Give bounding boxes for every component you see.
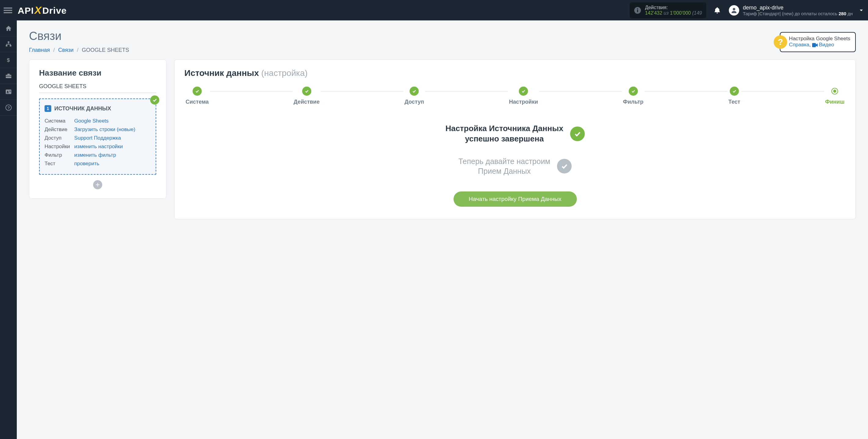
page-title: Связи xyxy=(29,30,856,43)
check-icon xyxy=(629,87,638,96)
wizard-subheading: (настройка) xyxy=(261,68,308,78)
svg-rect-7 xyxy=(8,41,9,43)
video-icon xyxy=(812,43,818,47)
table-row: Настройкиизменить настройки xyxy=(44,142,135,151)
step-filter[interactable]: Фильтр xyxy=(622,87,645,105)
svg-rect-20 xyxy=(812,43,816,47)
table-row: Тестпроверить xyxy=(44,160,135,168)
chevron-down-icon[interactable] xyxy=(858,7,864,13)
step-access[interactable]: Доступ xyxy=(403,87,425,105)
breadcrumb: Главная / Связи / GOOGLE SHEETS xyxy=(29,47,856,53)
table-row: Фильтризменить фильтр xyxy=(44,151,135,160)
check-icon xyxy=(410,87,419,96)
status-pending: Теперь давайте настроим Прием Данных xyxy=(417,157,613,176)
status-done: Настройка Источника Данных успешно завер… xyxy=(417,124,613,144)
check-icon xyxy=(193,87,202,96)
nav-help[interactable]: ? xyxy=(0,100,17,115)
check-icon xyxy=(519,87,528,96)
svg-rect-12 xyxy=(7,73,9,75)
help-box: ? Настройка Google Sheets Справка, Видео xyxy=(780,32,856,52)
svg-rect-13 xyxy=(5,76,11,76)
help-video-link[interactable]: Видео xyxy=(812,42,834,47)
svg-text:$: $ xyxy=(7,57,9,63)
sidebar: $ ? xyxy=(0,21,17,228)
active-dot-icon xyxy=(831,88,838,95)
logo[interactable]: APIXDrive xyxy=(18,4,67,16)
start-destination-button[interactable]: Начать настройку Приема Данных xyxy=(454,192,577,207)
user-block[interactable]: demo_apix-drive Тариф |Стандарт| (new) д… xyxy=(743,5,853,16)
connection-name: GOOGLE SHEETS xyxy=(39,83,156,93)
svg-rect-8 xyxy=(5,45,7,46)
bell-icon[interactable] xyxy=(714,7,721,14)
user-name: demo_apix-drive xyxy=(743,5,853,11)
nav-contact[interactable] xyxy=(0,84,17,100)
breadcrumb-current: GOOGLE SHEETS xyxy=(82,47,129,53)
help-badge-icon[interactable]: ? xyxy=(774,35,787,49)
check-icon xyxy=(570,127,585,141)
check-icon xyxy=(557,159,572,173)
svg-text:?: ? xyxy=(7,105,10,110)
table-row: ДоступSupport Поддержка xyxy=(44,134,135,142)
stepper: Система Действие Доступ Настройки Фильтр… xyxy=(184,87,846,105)
help-title: Настройка Google Sheets xyxy=(789,36,850,42)
source-title: ИСТОЧНИК ДАННЫХ xyxy=(54,105,111,112)
svg-rect-16 xyxy=(9,91,11,91)
connection-card: Название связи GOOGLE SHEETS 1 ИСТОЧНИК … xyxy=(29,60,166,199)
svg-rect-0 xyxy=(4,7,12,8)
svg-point-5 xyxy=(637,8,639,9)
wizard-heading: Источник данных xyxy=(184,68,259,78)
svg-point-6 xyxy=(733,8,735,10)
source-badge: 1 xyxy=(44,105,51,112)
step-test[interactable]: Тест xyxy=(727,87,742,105)
svg-rect-22 xyxy=(96,184,99,185)
wizard-card: Источник данных (настройка) Система Дейс… xyxy=(174,60,856,219)
connection-heading: Название связи xyxy=(39,68,156,78)
step-finish[interactable]: Финиш xyxy=(824,87,846,105)
page: Связи Главная / Связи / GOOGLE SHEETS ? … xyxy=(17,21,868,228)
actions-label: Действия: xyxy=(645,5,702,10)
add-button[interactable] xyxy=(93,180,102,189)
tariff-line: Тариф |Стандарт| (new) до оплаты осталос… xyxy=(743,11,853,16)
check-icon xyxy=(730,87,739,96)
svg-rect-9 xyxy=(9,45,11,46)
step-action[interactable]: Действие xyxy=(292,87,321,105)
step-system[interactable]: Система xyxy=(184,87,210,105)
topbar: APIXDrive Действия: 142'432 из 1'000'000… xyxy=(0,0,868,21)
avatar-icon[interactable] xyxy=(729,5,739,15)
nav-billing[interactable]: $ xyxy=(0,52,17,68)
help-reference-link[interactable]: Справка xyxy=(789,42,809,47)
nav-home[interactable] xyxy=(0,21,17,36)
check-icon xyxy=(302,87,311,96)
nav-briefcase[interactable] xyxy=(0,68,17,84)
breadcrumb-home[interactable]: Главная xyxy=(29,47,50,53)
actions-counter: Действия: 142'432 из 1'000'000 (149 xyxy=(630,2,706,18)
info-icon xyxy=(634,7,641,14)
svg-rect-17 xyxy=(9,92,11,92)
svg-rect-2 xyxy=(4,12,12,13)
svg-point-15 xyxy=(7,91,8,92)
svg-rect-1 xyxy=(4,10,12,11)
status-block: Настройка Источника Данных успешно завер… xyxy=(417,124,613,176)
source-box[interactable]: 1 ИСТОЧНИК ДАННЫХ СистемаGoogle Sheets Д… xyxy=(39,98,156,175)
check-icon xyxy=(150,95,159,105)
nav-connections[interactable] xyxy=(0,36,17,52)
menu-icon[interactable] xyxy=(4,6,12,14)
table-row: СистемаGoogle Sheets xyxy=(44,117,135,125)
svg-rect-4 xyxy=(637,10,638,12)
table-row: ДействиеЗагрузить строки (новые) xyxy=(44,125,135,134)
source-details: СистемаGoogle Sheets ДействиеЗагрузить с… xyxy=(44,117,135,168)
step-settings[interactable]: Настройки xyxy=(508,87,539,105)
breadcrumb-links[interactable]: Связи xyxy=(58,47,73,53)
